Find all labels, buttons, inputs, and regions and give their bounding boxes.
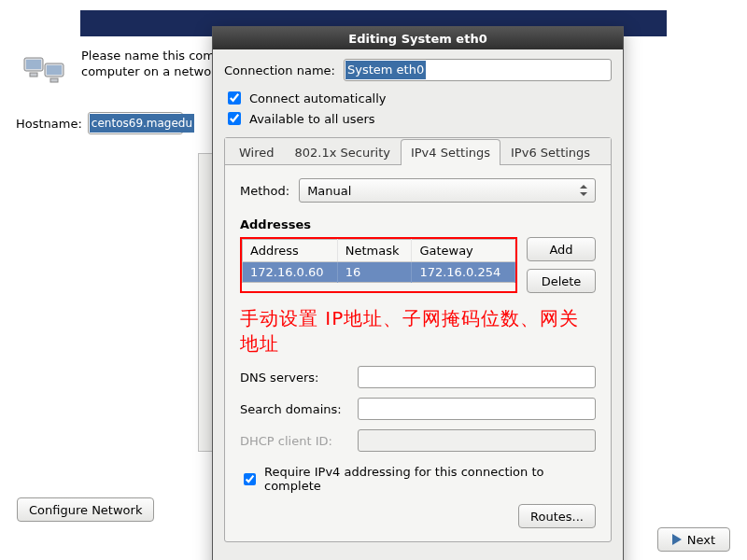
caret-updown-icon [578,185,587,196]
dhcp-client-id-label: DHCP client ID: [240,434,358,448]
add-button[interactable]: Add [527,237,596,261]
svg-rect-2 [30,73,37,77]
connect-automatically-label: Connect automatically [249,91,387,105]
connection-tabs: Wired 802.1x Security IPv4 Settings IPv6… [224,137,612,542]
hostname-input[interactable]: centos69.magedu [88,112,183,134]
tab-ipv4-content: Method: Manual Addresses Address [225,165,611,541]
svg-rect-5 [50,78,58,82]
edit-connection-dialog: Editing System eth0 Connection name: Sys… [212,26,624,560]
routes-button[interactable]: Routes... [518,504,596,528]
connect-automatically-checkbox[interactable] [228,91,241,105]
cell-gateway[interactable]: 172.16.0.254 [412,262,515,283]
computers-icon [22,54,67,90]
require-ipv4-label: Require IPv4 addressing for this connect… [264,465,596,493]
connection-name-label: Connection name: [224,63,336,77]
arrow-right-icon [672,534,682,545]
available-to-all-label: Available to all users [249,112,375,126]
search-domains-input[interactable] [358,398,596,420]
svg-rect-4 [47,65,62,75]
dns-servers-label: DNS servers: [240,371,358,385]
dhcp-client-id-input [358,429,596,452]
configure-network-button[interactable]: Configure Network [17,497,154,522]
svg-rect-1 [26,60,41,69]
dns-servers-input[interactable] [358,366,596,388]
dialog-title: Editing System eth0 [213,27,623,49]
table-row[interactable]: 172.16.0.60 16 172.16.0.254 [243,262,515,283]
delete-button[interactable]: Delete [527,269,596,293]
hostname-label: Hostname: [16,117,82,131]
tab-8021x-security[interactable]: 802.1x Security [285,139,401,165]
next-button[interactable]: Next [657,527,730,552]
connection-name-input[interactable]: System eth0 [344,59,612,81]
col-netmask[interactable]: Netmask [337,240,412,262]
addresses-section-label: Addresses [240,217,596,231]
tab-ipv4-settings[interactable]: IPv4 Settings [401,139,500,165]
tabstrip: Wired 802.1x Security IPv4 Settings IPv6… [225,138,611,165]
cell-netmask[interactable]: 16 [337,262,412,283]
search-domains-label: Search domains: [240,402,358,416]
tab-wired[interactable]: Wired [229,139,285,165]
col-gateway[interactable]: Gateway [412,240,515,262]
next-button-label: Next [687,533,715,547]
tab-ipv6-settings[interactable]: IPv6 Settings [500,139,600,165]
addresses-table-highlight: Address Netmask Gateway 172.16.0.60 16 1… [240,237,517,293]
method-value: Manual [307,184,351,198]
require-ipv4-checkbox[interactable] [244,473,256,485]
method-select[interactable]: Manual [299,178,596,203]
addresses-table[interactable]: Address Netmask Gateway 172.16.0.60 16 1… [242,239,515,283]
annotation-text: 手动设置 IP地址、子网掩码位数、网关地址 [240,306,596,357]
method-label: Method: [240,184,289,198]
available-to-all-checkbox[interactable] [228,112,241,125]
cell-address[interactable]: 172.16.0.60 [243,262,338,283]
col-address[interactable]: Address [243,240,338,262]
